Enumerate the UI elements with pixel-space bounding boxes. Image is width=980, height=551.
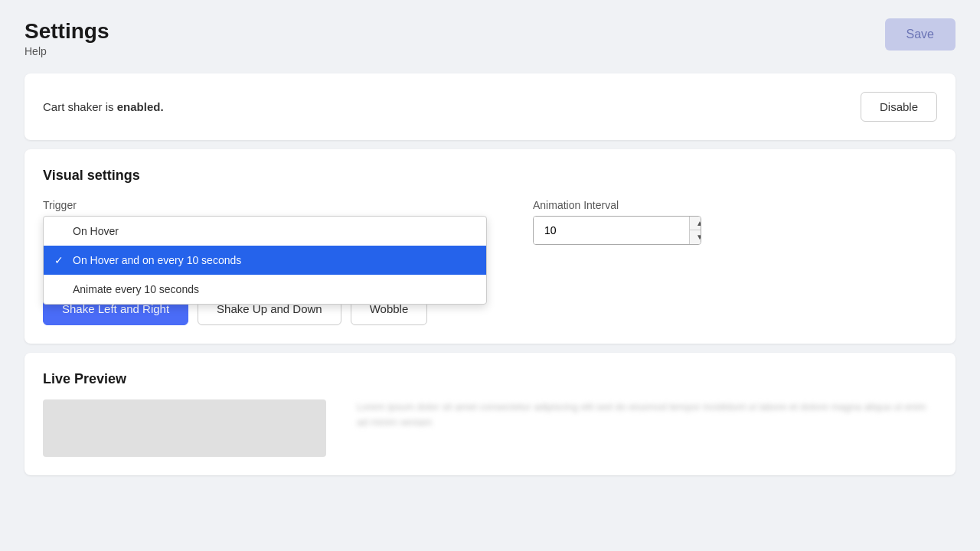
dropdown-item-every-10s[interactable]: Animate every 10 seconds [44,275,486,304]
dropdown-item-on-hover[interactable]: On Hover [44,217,486,246]
interval-increment-button[interactable]: ▲ [690,217,701,231]
settings-grid: Trigger On Hover ✓ On Hover and on every… [43,199,937,325]
header-left: Settings Help [24,18,109,58]
page-header: Settings Help Save [0,0,980,64]
help-link[interactable]: Help [24,45,47,57]
trigger-label: Trigger [43,199,502,211]
status-prefix: Cart shaker is [43,100,117,113]
status-text: Cart shaker is enabled. [43,100,164,113]
animation-interval-section: Animation Interval ▲ ▼ [533,199,701,245]
dropdown-item-label: On Hover [73,225,119,237]
live-preview-card: Live Preview Lorem ipsum dolor sit amet … [24,353,956,475]
visual-settings-title: Visual settings [43,168,937,184]
status-row: Cart shaker is enabled. Disable [43,92,937,122]
checkmark-every-10s [54,283,67,295]
save-button[interactable]: Save [885,18,956,51]
preview-content: Lorem ipsum dolor sit amet consectetur a… [43,399,937,457]
animation-interval-input[interactable] [534,217,689,244]
interval-input-wrapper: ▲ ▼ [533,216,701,245]
checkmark-on-hover [54,225,67,237]
status-value: enabled. [117,100,164,113]
visual-settings-card: Visual settings Trigger On Hover ✓ On Ho… [24,149,956,344]
status-card: Cart shaker is enabled. Disable [24,73,956,140]
preview-image [43,399,326,457]
interval-spinners: ▲ ▼ [689,217,701,244]
live-preview-title: Live Preview [43,371,937,387]
checkmark-on-hover-10s: ✓ [54,254,67,266]
dropdown-item-on-hover-10s[interactable]: ✓ On Hover and on every 10 seconds [44,246,486,275]
disable-button[interactable]: Disable [861,92,937,122]
dropdown-item-label: On Hover and on every 10 seconds [73,254,241,266]
animation-interval-label: Animation Interval [533,199,701,211]
page-title: Settings [24,18,109,44]
preview-text: Lorem ipsum dolor sit amet consectetur a… [357,399,937,432]
dropdown-item-label: Animate every 10 seconds [73,283,199,295]
trigger-dropdown[interactable]: On Hover ✓ On Hover and on every 10 seco… [43,216,487,305]
trigger-section: Trigger On Hover ✓ On Hover and on every… [43,199,502,325]
interval-decrement-button[interactable]: ▼ [690,230,701,244]
